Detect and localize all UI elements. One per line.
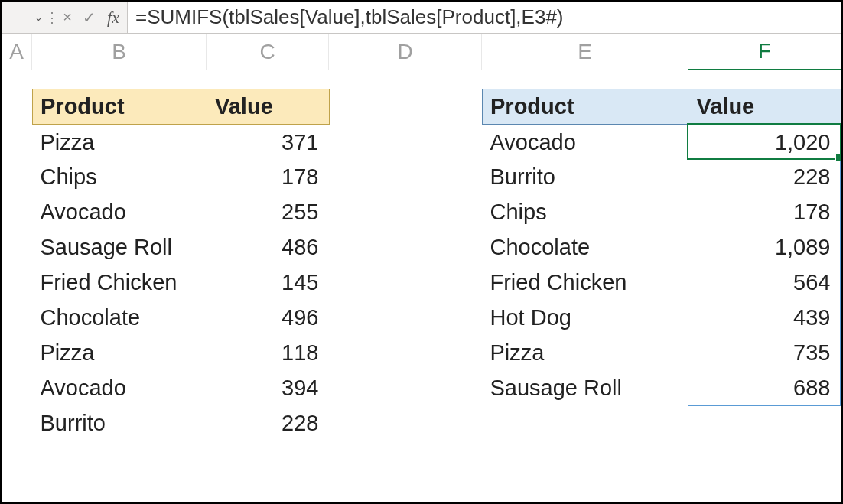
cell-value[interactable]: 486 bbox=[207, 230, 330, 265]
cell-value[interactable]: 394 bbox=[207, 371, 330, 406]
cell-product[interactable]: Sausage Roll bbox=[33, 230, 207, 265]
cancel-button[interactable]: × bbox=[57, 2, 78, 33]
cell-product[interactable]: Fried Chicken bbox=[483, 265, 688, 301]
cell-product[interactable]: Avocado bbox=[33, 371, 207, 406]
table-row[interactable]: Fried Chicken145 bbox=[33, 265, 330, 301]
table-row[interactable]: Burrito228 bbox=[33, 406, 330, 441]
table-row[interactable]: Pizza735 bbox=[483, 336, 841, 371]
cell-value[interactable]: 735 bbox=[688, 336, 841, 371]
table-row[interactable]: Chips178 bbox=[483, 195, 841, 230]
table-summary: Product Value Avocado1,020 Burrito228 Ch… bbox=[482, 89, 841, 406]
table-row[interactable]: Fried Chicken564 bbox=[483, 265, 841, 301]
table-header-row: Product Value bbox=[483, 89, 841, 125]
cell-value[interactable]: 178 bbox=[688, 195, 841, 230]
insert-function-button[interactable]: fx bbox=[99, 8, 127, 28]
table-row[interactable]: Sausage Roll486 bbox=[33, 230, 330, 265]
cell-product[interactable]: Pizza bbox=[33, 336, 207, 371]
cell-product[interactable]: Chips bbox=[33, 160, 207, 195]
table-header-row: Product Value bbox=[33, 89, 330, 125]
header-product[interactable]: Product bbox=[33, 89, 207, 125]
col-header-f[interactable]: F bbox=[688, 34, 841, 70]
col-header-a[interactable]: A bbox=[2, 34, 32, 70]
table-sales: Product Value Pizza371 Chips178 Avocado2… bbox=[32, 89, 330, 441]
cell-value[interactable]: 145 bbox=[207, 265, 330, 301]
column-headers: A B C D E F bbox=[2, 34, 841, 70]
cell-product[interactable]: Avocado bbox=[33, 195, 207, 230]
cell-value[interactable]: 564 bbox=[688, 265, 841, 301]
header-value[interactable]: Value bbox=[688, 89, 841, 125]
table-row[interactable]: Hot Dog439 bbox=[483, 301, 841, 336]
cell-value[interactable]: 255 bbox=[207, 195, 330, 230]
cell-product[interactable]: Pizza bbox=[483, 336, 688, 371]
cell-product[interactable]: Pizza bbox=[33, 125, 207, 160]
col-header-e[interactable]: E bbox=[482, 34, 688, 70]
col-header-d[interactable]: D bbox=[329, 34, 482, 70]
name-box[interactable]: ⌄ bbox=[2, 2, 47, 33]
cell-value[interactable]: 371 bbox=[207, 125, 330, 160]
col-header-b[interactable]: B bbox=[32, 34, 207, 70]
cell-value[interactable]: 496 bbox=[207, 301, 330, 336]
cell-value[interactable]: 439 bbox=[688, 301, 841, 336]
table-row[interactable]: Sausage Roll688 bbox=[483, 371, 841, 406]
col-header-c[interactable]: C bbox=[207, 34, 329, 70]
cell-product[interactable]: Fried Chicken bbox=[33, 265, 207, 301]
cell-product[interactable]: Burrito bbox=[483, 160, 688, 195]
cell-value[interactable]: 688 bbox=[688, 371, 841, 406]
table-row[interactable]: Pizza371 bbox=[33, 125, 330, 160]
table-row[interactable]: Burrito228 bbox=[483, 160, 841, 195]
header-value[interactable]: Value bbox=[207, 89, 330, 125]
cell-product[interactable]: Avocado bbox=[483, 125, 688, 160]
cell-value[interactable]: 1,089 bbox=[688, 230, 841, 265]
table-row[interactable]: Pizza118 bbox=[33, 336, 330, 371]
cell-value[interactable]: 178 bbox=[207, 160, 330, 195]
table-row[interactable]: Chocolate1,089 bbox=[483, 230, 841, 265]
cell-product[interactable]: Chocolate bbox=[483, 230, 688, 265]
formula-bar: ⌄ ⋮ × ✓ fx =SUMIFS(tblSales[Value],tblSa… bbox=[2, 2, 841, 34]
cell-value[interactable]: 228 bbox=[207, 406, 330, 441]
table-row[interactable]: Chocolate496 bbox=[33, 301, 330, 336]
worksheet-grid[interactable]: Product Value Pizza371 Chips178 Avocado2… bbox=[2, 70, 841, 502]
cell-product[interactable]: Burrito bbox=[33, 406, 207, 441]
cell-product[interactable]: Chocolate bbox=[33, 301, 207, 336]
table-row[interactable]: Chips178 bbox=[33, 160, 330, 195]
header-product[interactable]: Product bbox=[483, 89, 688, 125]
cell-value[interactable]: 1,020 bbox=[688, 125, 841, 160]
enter-button[interactable]: ✓ bbox=[78, 2, 99, 33]
formula-input[interactable]: =SUMIFS(tblSales[Value],tblSales[Product… bbox=[127, 2, 841, 33]
cell-value[interactable]: 118 bbox=[207, 336, 330, 371]
cell-product[interactable]: Sausage Roll bbox=[483, 371, 688, 406]
cell-product[interactable]: Hot Dog bbox=[483, 301, 688, 336]
separator-icon: ⋮ bbox=[47, 9, 57, 26]
cell-value[interactable]: 228 bbox=[688, 160, 841, 195]
table-row[interactable]: Avocado1,020 bbox=[483, 125, 841, 160]
name-box-dropdown-icon[interactable]: ⌄ bbox=[34, 11, 43, 23]
table-row[interactable]: Avocado394 bbox=[33, 371, 330, 406]
table-row[interactable]: Avocado255 bbox=[33, 195, 330, 230]
cell-product[interactable]: Chips bbox=[483, 195, 688, 230]
